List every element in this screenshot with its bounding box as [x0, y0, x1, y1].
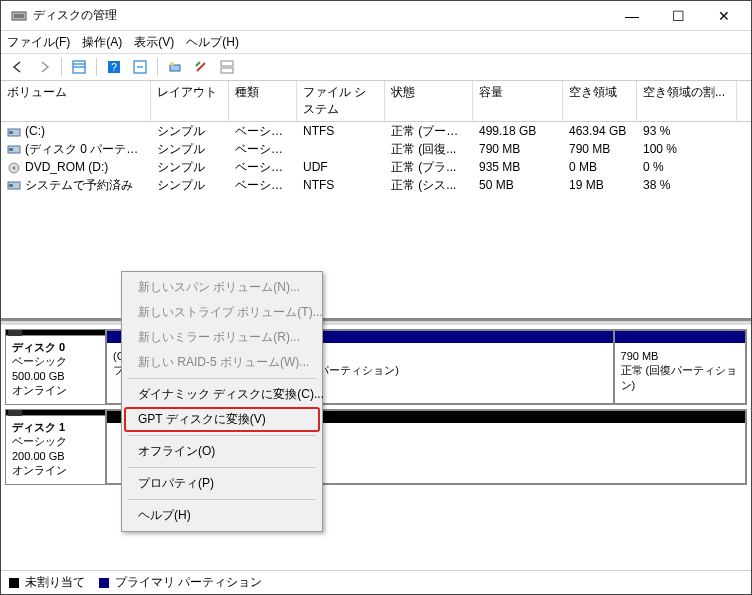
ctx-new-mirror[interactable]: 新しいミラー ボリューム(R)...	[124, 325, 320, 350]
volume-layout: シンプル	[151, 176, 229, 195]
layout-icon[interactable]	[216, 56, 238, 78]
volume-status: 正常 (ブート...	[385, 122, 473, 141]
svg-rect-20	[9, 184, 13, 187]
column-fs[interactable]: ファイル システム	[297, 81, 385, 121]
back-button[interactable]	[7, 56, 29, 78]
legend-unallocated-label: 未割り当て	[25, 574, 85, 591]
volume-capacity: 50 MB	[473, 177, 563, 193]
volume-free: 790 MB	[563, 141, 637, 157]
volume-pct: 93 %	[637, 123, 737, 139]
properties-icon[interactable]	[164, 56, 186, 78]
volume-pct: 38 %	[637, 177, 737, 193]
forward-button[interactable]	[33, 56, 55, 78]
svg-rect-12	[221, 68, 233, 73]
drive-icon	[7, 126, 21, 138]
volume-list: ボリューム レイアウト 種類 ファイル システム 状態 容量 空き領域 空き領域…	[1, 81, 751, 321]
titlebar: ディスクの管理 ― ☐ ✕	[1, 1, 751, 31]
volume-free: 463.94 GB	[563, 123, 637, 139]
menu-help[interactable]: ヘルプ(H)	[186, 34, 239, 51]
volume-pct: 0 %	[637, 159, 737, 175]
volume-fs	[297, 148, 385, 150]
ctx-new-span[interactable]: 新しいスパン ボリューム(N)...	[124, 275, 320, 300]
disk-graphical-view: ディスク 0ベーシック500.00 GBオンライン(C:)ファイル, クラッシュ…	[1, 325, 751, 570]
volume-layout: シンプル	[151, 158, 229, 177]
volume-type: ベーシック	[229, 122, 297, 141]
volume-pct: 100 %	[637, 141, 737, 157]
volume-status: 正常 (回復...	[385, 140, 473, 159]
volume-layout: シンプル	[151, 140, 229, 159]
refresh-icon[interactable]	[129, 56, 151, 78]
svg-point-10	[170, 62, 174, 66]
disk-size: 500.00 GB	[12, 370, 65, 382]
volume-fs: UDF	[297, 159, 385, 175]
ctx-new-raid5[interactable]: 新しい RAID-5 ボリューム(W)...	[124, 350, 320, 375]
legend-unallocated-swatch	[9, 578, 19, 588]
svg-rect-1	[14, 14, 24, 18]
volume-name: システムで予約済み	[25, 178, 133, 192]
column-type[interactable]: 種類	[229, 81, 297, 121]
disc-icon	[7, 162, 21, 174]
menubar: ファイル(F) 操作(A) 表示(V) ヘルプ(H)	[1, 31, 751, 53]
help-icon[interactable]: ?	[103, 56, 125, 78]
volume-row[interactable]: (C:)シンプルベーシックNTFS正常 (ブート...499.18 GB463.…	[1, 122, 751, 140]
svg-point-18	[13, 166, 16, 169]
view-list-icon[interactable]	[68, 56, 90, 78]
volume-capacity: 790 MB	[473, 141, 563, 157]
disk-row: ディスク 1ベーシック200.00 GBオンライン	[5, 409, 747, 485]
disk-size: 200.00 GB	[12, 450, 65, 462]
list-header: ボリューム レイアウト 種類 ファイル システム 状態 容量 空き領域 空き領域…	[1, 81, 751, 122]
menu-action[interactable]: 操作(A)	[82, 34, 122, 51]
legend-primary-swatch	[99, 578, 109, 588]
disk-label[interactable]: ディスク 0ベーシック500.00 GBオンライン	[6, 330, 106, 404]
volume-type: ベーシック	[229, 158, 297, 177]
close-button[interactable]: ✕	[701, 2, 747, 30]
partition-line1: 790 MB	[621, 350, 659, 362]
volume-status: 正常 (プラ...	[385, 158, 473, 177]
settings-icon[interactable]	[190, 56, 212, 78]
volume-capacity: 935 MB	[473, 159, 563, 175]
column-pct[interactable]: 空き領域の割...	[637, 81, 737, 121]
disk-row: ディスク 0ベーシック500.00 GBオンライン(C:)ファイル, クラッシュ…	[5, 329, 747, 405]
partition-line2: 正常 (回復パーティション)	[621, 364, 738, 390]
drive-icon	[7, 143, 21, 155]
context-menu: 新しいスパン ボリューム(N)... 新しいストライプ ボリューム(T)... …	[121, 271, 323, 532]
column-free[interactable]: 空き領域	[563, 81, 637, 121]
partition[interactable]: 790 MB正常 (回復パーティション)	[614, 330, 746, 404]
ctx-offline[interactable]: オフライン(O)	[124, 439, 320, 464]
disk-type: ベーシック	[12, 435, 67, 447]
column-status[interactable]: 状態	[385, 81, 473, 121]
volume-layout: シンプル	[151, 122, 229, 141]
minimize-button[interactable]: ―	[609, 2, 655, 30]
column-layout[interactable]: レイアウト	[151, 81, 229, 121]
column-volume[interactable]: ボリューム	[1, 81, 151, 121]
maximize-button[interactable]: ☐	[655, 2, 701, 30]
legend: 未割り当て プライマリ パーティション	[1, 570, 751, 594]
volume-row[interactable]: DVD_ROM (D:)シンプルベーシックUDF正常 (プラ...935 MB0…	[1, 158, 751, 176]
svg-rect-21	[8, 330, 22, 336]
svg-text:?: ?	[111, 62, 117, 73]
menu-view[interactable]: 表示(V)	[134, 34, 174, 51]
volume-type: ベーシック	[229, 140, 297, 159]
svg-rect-14	[9, 131, 13, 134]
ctx-help[interactable]: ヘルプ(H)	[124, 503, 320, 528]
volume-type: ベーシック	[229, 176, 297, 195]
menu-file[interactable]: ファイル(F)	[7, 34, 70, 51]
volume-fs: NTFS	[297, 123, 385, 139]
ctx-convert-gpt[interactable]: GPT ディスクに変換(V)	[124, 407, 320, 432]
volume-row[interactable]: (ディスク 0 パーティシ...シンプルベーシック正常 (回復...790 MB…	[1, 140, 751, 158]
column-capacity[interactable]: 容量	[473, 81, 563, 121]
volume-name: DVD_ROM (D:)	[25, 160, 108, 174]
ctx-convert-dynamic[interactable]: ダイナミック ディスクに変換(C)...	[124, 382, 320, 407]
svg-rect-11	[221, 61, 233, 66]
volume-fs: NTFS	[297, 177, 385, 193]
ctx-new-stripe[interactable]: 新しいストライプ ボリューム(T)...	[124, 300, 320, 325]
volume-row[interactable]: システムで予約済みシンプルベーシックNTFS正常 (シス...50 MB19 M…	[1, 176, 751, 194]
legend-primary-label: プライマリ パーティション	[115, 574, 262, 591]
volume-free: 19 MB	[563, 177, 637, 193]
disk-name: ディスク 1	[12, 421, 65, 433]
ctx-properties[interactable]: プロパティ(P)	[124, 471, 320, 496]
disk-label[interactable]: ディスク 1ベーシック200.00 GBオンライン	[6, 410, 106, 484]
app-icon	[11, 8, 27, 24]
disk-state: オンライン	[12, 464, 67, 476]
disk-state: オンライン	[12, 384, 67, 396]
